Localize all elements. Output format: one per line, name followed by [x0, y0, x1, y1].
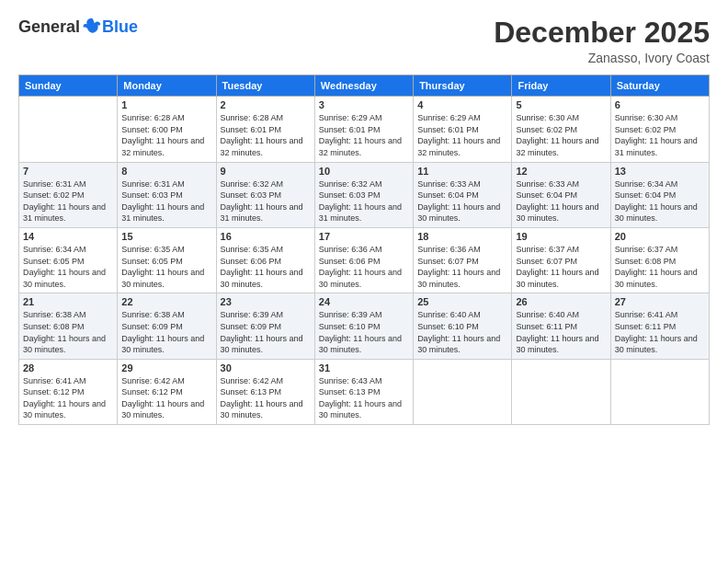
day-info: Sunrise: 6:31 AMSunset: 6:02 PMDaylight:…: [23, 178, 113, 224]
day-info: Sunrise: 6:42 AMSunset: 6:12 PMDaylight:…: [121, 375, 211, 421]
day-info: Sunrise: 6:40 AMSunset: 6:10 PMDaylight:…: [417, 309, 507, 355]
logo-blue-text: Blue: [102, 17, 138, 37]
day-number: 17: [319, 231, 409, 242]
day-number: 7: [23, 166, 113, 177]
day-number: 8: [121, 166, 211, 177]
calendar-cell: 4Sunrise: 6:29 AMSunset: 6:01 PMDaylight…: [414, 97, 512, 162]
calendar-cell: 1Sunrise: 6:28 AMSunset: 6:00 PMDaylight…: [118, 97, 216, 162]
calendar-cell: 22Sunrise: 6:38 AMSunset: 6:09 PMDayligh…: [118, 293, 216, 359]
day-info: Sunrise: 6:34 AMSunset: 6:04 PMDaylight:…: [615, 178, 705, 224]
calendar-header-friday: Friday: [512, 75, 610, 97]
day-number: 15: [121, 231, 211, 242]
day-info: Sunrise: 6:42 AMSunset: 6:13 PMDaylight:…: [221, 375, 311, 421]
day-number: 21: [23, 296, 113, 307]
day-info: Sunrise: 6:28 AMSunset: 6:01 PMDaylight:…: [221, 112, 311, 158]
calendar-cell: 12Sunrise: 6:33 AMSunset: 6:04 PMDayligh…: [512, 162, 610, 227]
day-number: 31: [319, 362, 409, 373]
calendar-row-2: 14Sunrise: 6:34 AMSunset: 6:05 PMDayligh…: [19, 227, 710, 293]
calendar-cell: 10Sunrise: 6:32 AMSunset: 6:03 PMDayligh…: [314, 162, 413, 227]
day-number: 30: [221, 362, 311, 373]
calendar-cell: 16Sunrise: 6:35 AMSunset: 6:06 PMDayligh…: [216, 227, 314, 293]
calendar-cell: 2Sunrise: 6:28 AMSunset: 6:01 PMDaylight…: [216, 97, 314, 162]
calendar-cell: 14Sunrise: 6:34 AMSunset: 6:05 PMDayligh…: [19, 227, 118, 293]
page: General Blue December 2025 Zanasso, Ivor…: [0, 0, 728, 563]
subtitle: Zanasso, Ivory Coast: [494, 51, 710, 65]
calendar-cell: 19Sunrise: 6:37 AMSunset: 6:07 PMDayligh…: [512, 227, 610, 293]
logo-bird-icon: [82, 17, 102, 37]
calendar-header-monday: Monday: [118, 75, 216, 97]
day-number: 12: [516, 166, 606, 177]
day-info: Sunrise: 6:36 AMSunset: 6:07 PMDaylight:…: [417, 244, 507, 290]
calendar-header-thursday: Thursday: [414, 75, 512, 97]
day-info: Sunrise: 6:37 AMSunset: 6:07 PMDaylight:…: [516, 244, 606, 290]
day-number: 10: [319, 166, 409, 177]
calendar-cell: 27Sunrise: 6:41 AMSunset: 6:11 PMDayligh…: [610, 293, 709, 359]
calendar-cell: 20Sunrise: 6:37 AMSunset: 6:08 PMDayligh…: [610, 227, 709, 293]
calendar-table: SundayMondayTuesdayWednesdayThursdayFrid…: [18, 75, 710, 425]
day-number: 1: [121, 99, 211, 110]
day-info: Sunrise: 6:29 AMSunset: 6:01 PMDaylight:…: [319, 112, 409, 158]
day-number: 22: [121, 296, 211, 307]
day-number: 11: [417, 166, 507, 177]
calendar-cell: 8Sunrise: 6:31 AMSunset: 6:03 PMDaylight…: [118, 162, 216, 227]
day-info: Sunrise: 6:33 AMSunset: 6:04 PMDaylight:…: [516, 178, 606, 224]
day-info: Sunrise: 6:35 AMSunset: 6:06 PMDaylight:…: [221, 244, 311, 290]
logo: General Blue: [18, 17, 138, 37]
day-info: Sunrise: 6:41 AMSunset: 6:12 PMDaylight:…: [23, 375, 113, 421]
day-info: Sunrise: 6:39 AMSunset: 6:10 PMDaylight:…: [319, 309, 409, 355]
day-info: Sunrise: 6:33 AMSunset: 6:04 PMDaylight:…: [417, 178, 507, 224]
day-number: 16: [221, 231, 311, 242]
day-info: Sunrise: 6:32 AMSunset: 6:03 PMDaylight:…: [221, 178, 311, 224]
day-number: 19: [516, 231, 606, 242]
calendar-cell: 28Sunrise: 6:41 AMSunset: 6:12 PMDayligh…: [19, 359, 118, 424]
day-number: 26: [516, 296, 606, 307]
day-info: Sunrise: 6:38 AMSunset: 6:09 PMDaylight:…: [121, 309, 211, 355]
calendar-cell: 29Sunrise: 6:42 AMSunset: 6:12 PMDayligh…: [118, 359, 216, 424]
logo-general-text: General: [18, 17, 80, 37]
title-section: December 2025 Zanasso, Ivory Coast: [494, 17, 710, 65]
calendar-header-row: SundayMondayTuesdayWednesdayThursdayFrid…: [19, 75, 710, 97]
calendar-row-3: 21Sunrise: 6:38 AMSunset: 6:08 PMDayligh…: [19, 293, 710, 359]
day-info: Sunrise: 6:36 AMSunset: 6:06 PMDaylight:…: [319, 244, 409, 290]
day-number: 25: [417, 296, 507, 307]
calendar-cell: 30Sunrise: 6:42 AMSunset: 6:13 PMDayligh…: [216, 359, 314, 424]
calendar-cell: 26Sunrise: 6:40 AMSunset: 6:11 PMDayligh…: [512, 293, 610, 359]
calendar-cell: 15Sunrise: 6:35 AMSunset: 6:05 PMDayligh…: [118, 227, 216, 293]
day-number: 23: [221, 296, 311, 307]
day-info: Sunrise: 6:35 AMSunset: 6:05 PMDaylight:…: [121, 244, 211, 290]
day-number: 24: [319, 296, 409, 307]
day-info: Sunrise: 6:40 AMSunset: 6:11 PMDaylight:…: [516, 309, 606, 355]
day-number: 29: [121, 362, 211, 373]
calendar-cell: 31Sunrise: 6:43 AMSunset: 6:13 PMDayligh…: [314, 359, 413, 424]
day-info: Sunrise: 6:37 AMSunset: 6:08 PMDaylight:…: [615, 244, 705, 290]
day-info: Sunrise: 6:32 AMSunset: 6:03 PMDaylight:…: [319, 178, 409, 224]
day-number: 20: [615, 231, 705, 242]
day-info: Sunrise: 6:28 AMSunset: 6:00 PMDaylight:…: [121, 112, 211, 158]
calendar-cell: 17Sunrise: 6:36 AMSunset: 6:06 PMDayligh…: [314, 227, 413, 293]
calendar-cell: [512, 359, 610, 424]
calendar-header-sunday: Sunday: [19, 75, 118, 97]
calendar-cell: 25Sunrise: 6:40 AMSunset: 6:10 PMDayligh…: [414, 293, 512, 359]
calendar-row-1: 7Sunrise: 6:31 AMSunset: 6:02 PMDaylight…: [19, 162, 710, 227]
calendar-cell: 5Sunrise: 6:30 AMSunset: 6:02 PMDaylight…: [512, 97, 610, 162]
calendar-cell: [414, 359, 512, 424]
calendar-cell: 3Sunrise: 6:29 AMSunset: 6:01 PMDaylight…: [314, 97, 413, 162]
day-number: 2: [221, 99, 311, 110]
day-info: Sunrise: 6:43 AMSunset: 6:13 PMDaylight:…: [319, 375, 409, 421]
calendar-header-tuesday: Tuesday: [216, 75, 314, 97]
day-info: Sunrise: 6:39 AMSunset: 6:09 PMDaylight:…: [221, 309, 311, 355]
calendar-header-wednesday: Wednesday: [314, 75, 413, 97]
day-number: 5: [516, 99, 606, 110]
calendar-cell: [610, 359, 709, 424]
day-info: Sunrise: 6:30 AMSunset: 6:02 PMDaylight:…: [516, 112, 606, 158]
day-number: 9: [221, 166, 311, 177]
calendar-cell: 6Sunrise: 6:30 AMSunset: 6:02 PMDaylight…: [610, 97, 709, 162]
calendar-cell: 23Sunrise: 6:39 AMSunset: 6:09 PMDayligh…: [216, 293, 314, 359]
day-info: Sunrise: 6:38 AMSunset: 6:08 PMDaylight:…: [23, 309, 113, 355]
day-number: 3: [319, 99, 409, 110]
calendar-cell: 9Sunrise: 6:32 AMSunset: 6:03 PMDaylight…: [216, 162, 314, 227]
calendar-cell: [19, 97, 118, 162]
day-info: Sunrise: 6:41 AMSunset: 6:11 PMDaylight:…: [615, 309, 705, 355]
day-number: 18: [417, 231, 507, 242]
day-info: Sunrise: 6:30 AMSunset: 6:02 PMDaylight:…: [615, 112, 705, 158]
